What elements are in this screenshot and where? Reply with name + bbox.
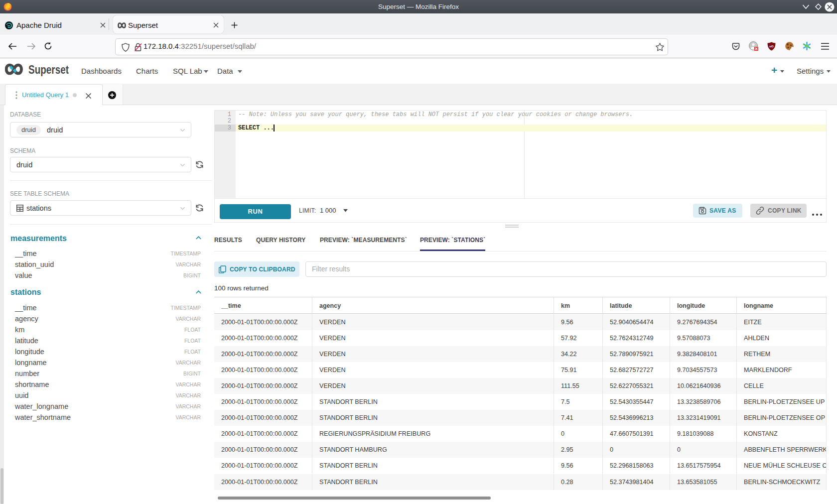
svg-text:uO: uO <box>769 45 774 48</box>
